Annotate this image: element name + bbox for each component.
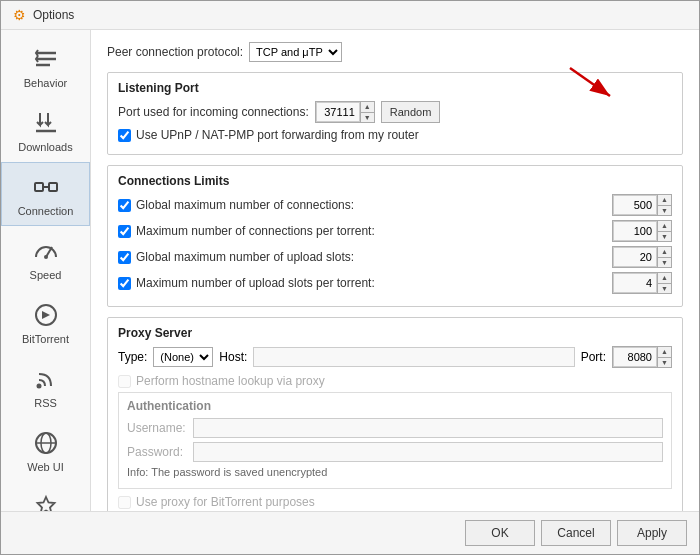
footer: OK Cancel Apply	[1, 511, 699, 554]
svg-rect-5	[49, 183, 57, 191]
upload-per-torrent-input[interactable]	[613, 273, 657, 293]
svg-point-8	[44, 255, 48, 259]
global-max-up[interactable]: ▲	[658, 195, 671, 205]
upload-per-torrent-label: Maximum number of upload slots per torre…	[136, 276, 375, 290]
password-row: Password:	[127, 442, 663, 462]
sidebar-label-webui: Web UI	[27, 461, 63, 473]
main-panel-inner: Peer connection protocol: TCP and μTP	[107, 42, 683, 511]
rss-icon	[30, 363, 62, 395]
connection-icon	[30, 171, 62, 203]
port-input[interactable]	[316, 102, 360, 122]
cancel-button[interactable]: Cancel	[541, 520, 611, 546]
main-panel: Peer connection protocol: TCP and μTP	[91, 30, 699, 511]
global-upload-label: Global maximum number of upload slots:	[136, 250, 354, 264]
sidebar-label-behavior: Behavior	[24, 77, 67, 89]
port-spinner[interactable]: ▲ ▼	[315, 101, 375, 123]
upload-per-torrent-checkbox[interactable]	[118, 277, 131, 290]
upload-per-torrent-spin-btns: ▲ ▼	[657, 273, 671, 293]
upnp-checkbox[interactable]	[118, 129, 131, 142]
max-per-torrent-input[interactable]	[613, 221, 657, 241]
upload-per-torrent-row: Maximum number of upload slots per torre…	[118, 272, 672, 294]
sidebar-item-bittorrent[interactable]: BitTorrent	[1, 290, 90, 354]
max-per-torrent-row: Maximum number of connections per torren…	[118, 220, 672, 242]
username-row: Username:	[127, 418, 663, 438]
title-bar: ⚙ Options	[1, 1, 699, 30]
port-spin-up[interactable]: ▲	[361, 102, 374, 112]
global-max-input[interactable]	[613, 195, 657, 215]
random-button[interactable]: Random	[381, 101, 441, 123]
global-upload-down[interactable]: ▼	[658, 257, 671, 268]
global-upload-up[interactable]: ▲	[658, 247, 671, 257]
max-per-torrent-spinner[interactable]: ▲ ▼	[612, 220, 672, 242]
max-per-torrent-label: Maximum number of connections per torren…	[136, 224, 375, 238]
proxy-host-label: Host:	[219, 350, 247, 364]
hostname-lookup-checkbox[interactable]	[118, 375, 131, 388]
global-max-checkbox[interactable]	[118, 199, 131, 212]
max-per-torrent-down[interactable]: ▼	[658, 231, 671, 242]
sidebar-item-behavior[interactable]: Behavior	[1, 34, 90, 98]
window-title: Options	[33, 8, 74, 22]
global-upload-row: Global maximum number of upload slots: ▲…	[118, 246, 672, 268]
proxy-port-up[interactable]: ▲	[658, 347, 671, 357]
upload-per-torrent-down[interactable]: ▼	[658, 283, 671, 294]
proxy-host-input[interactable]	[253, 347, 574, 367]
apply-button[interactable]: Apply	[617, 520, 687, 546]
global-max-down[interactable]: ▼	[658, 205, 671, 216]
port-spin-buttons: ▲ ▼	[360, 102, 374, 122]
proxy-port-input[interactable]	[613, 347, 657, 367]
sidebar-item-rss[interactable]: RSS	[1, 354, 90, 418]
sidebar-item-advanced[interactable]: Advanced	[1, 482, 90, 511]
proxy-port-down[interactable]: ▼	[658, 357, 671, 368]
sidebar-label-downloads: Downloads	[18, 141, 72, 153]
protocol-select[interactable]: TCP and μTP	[249, 42, 342, 62]
upnp-row: Use UPnP / NAT-PMP port forwarding from …	[118, 128, 672, 142]
hostname-lookup-label: Perform hostname lookup via proxy	[136, 374, 325, 388]
global-max-label: Global maximum number of connections:	[136, 198, 354, 212]
upload-per-torrent-spinner[interactable]: ▲ ▼	[612, 272, 672, 294]
global-max-spinner[interactable]: ▲ ▼	[612, 194, 672, 216]
proxy-port-spinner[interactable]: ▲ ▼	[612, 346, 672, 368]
bittorrent-icon	[30, 299, 62, 331]
use-bittorrent-label: Use proxy for BitTorrent purposes	[136, 495, 315, 509]
max-per-torrent-checkbox[interactable]	[118, 225, 131, 238]
username-input[interactable]	[193, 418, 663, 438]
listening-port-title: Listening Port	[118, 81, 672, 95]
svg-point-10	[36, 384, 41, 389]
password-input[interactable]	[193, 442, 663, 462]
global-upload-checkbox[interactable]	[118, 251, 131, 264]
port-spin-down[interactable]: ▼	[361, 112, 374, 123]
svg-rect-4	[35, 183, 43, 191]
port-row: Port used for incoming connections: ▲ ▼ …	[118, 101, 672, 123]
sidebar-label-speed: Speed	[30, 269, 62, 281]
proxy-type-row: Type: (None) Host: Port: ▲ ▼	[118, 346, 672, 368]
upload-per-torrent-up[interactable]: ▲	[658, 273, 671, 283]
options-window: ⚙ Options Behavior	[0, 0, 700, 555]
proxy-server-group: Proxy Server Type: (None) Host: Port: ▲	[107, 317, 683, 511]
proxy-title: Proxy Server	[118, 326, 672, 340]
protocol-label: Peer connection protocol:	[107, 45, 243, 59]
proxy-type-select[interactable]: (None)	[153, 347, 213, 367]
downloads-icon	[30, 107, 62, 139]
advanced-icon	[30, 491, 62, 511]
global-upload-input[interactable]	[613, 247, 657, 267]
sidebar-item-downloads[interactable]: Downloads	[1, 98, 90, 162]
global-max-row: Global maximum number of connections: ▲ …	[118, 194, 672, 216]
protocol-row: Peer connection protocol: TCP and μTP	[107, 42, 683, 62]
sidebar-label-connection: Connection	[18, 205, 74, 217]
port-label: Port used for incoming connections:	[118, 105, 309, 119]
global-upload-spinner[interactable]: ▲ ▼	[612, 246, 672, 268]
auth-section: Authentication Username: Password: Info:…	[118, 392, 672, 489]
use-bittorrent-checkbox[interactable]	[118, 496, 131, 509]
sidebar-item-webui[interactable]: Web UI	[1, 418, 90, 482]
sidebar-item-connection[interactable]: Connection	[1, 162, 90, 226]
global-max-spin-btns: ▲ ▼	[657, 195, 671, 215]
proxy-type-label: Type:	[118, 350, 147, 364]
ok-button[interactable]: OK	[465, 520, 535, 546]
speed-icon	[30, 235, 62, 267]
sidebar-item-speed[interactable]: Speed	[1, 226, 90, 290]
webui-icon	[30, 427, 62, 459]
max-per-torrent-up[interactable]: ▲	[658, 221, 671, 231]
content-area: Behavior Downloads	[1, 30, 699, 511]
password-label: Password:	[127, 445, 187, 459]
sidebar: Behavior Downloads	[1, 30, 91, 511]
